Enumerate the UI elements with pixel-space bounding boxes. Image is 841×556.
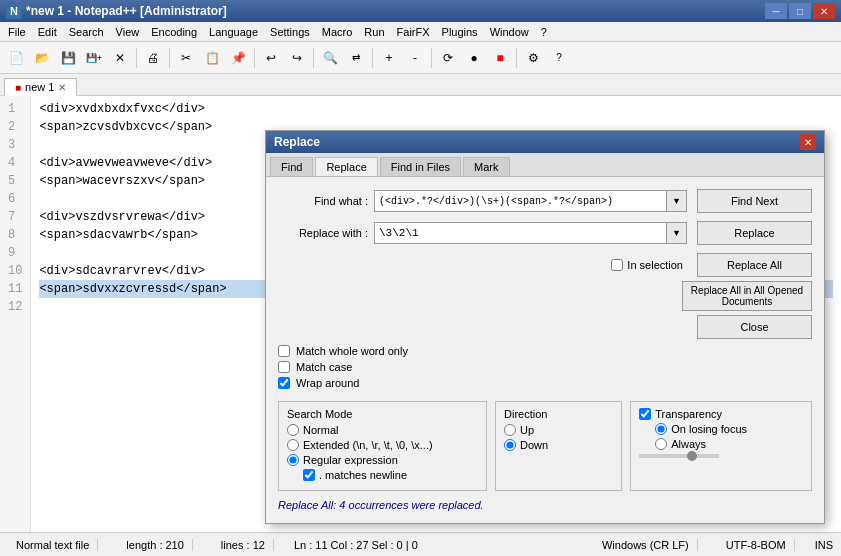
dialog-body: Find what : ▼ Find Next Replace with : ▼… (266, 177, 824, 523)
search-extended-label: Extended (\n, \r, \t, \0, \x...) (303, 439, 433, 451)
replace-label: Replace with : (278, 227, 368, 239)
match-newline-checkbox[interactable] (303, 469, 315, 481)
replace-all-button[interactable]: Replace All (697, 253, 812, 277)
dialog-tab-findinfiles[interactable]: Find in Files (380, 157, 461, 176)
direction-up-row: Up (504, 424, 613, 436)
match-whole-word-checkbox[interactable] (278, 345, 290, 357)
dialog-tab-mark[interactable]: Mark (463, 157, 509, 176)
match-newline-row: . matches newline (303, 469, 478, 481)
search-mode-normal-row: Normal (287, 424, 478, 436)
replace-row: Replace with : ▼ Replace (278, 221, 812, 245)
wrap-around-row: Wrap around (278, 377, 812, 389)
direction-down-radio[interactable] (504, 439, 516, 451)
find-row: Find what : ▼ Find Next (278, 189, 812, 213)
dialog-tab-find[interactable]: Find (270, 157, 313, 176)
replace-all-opened-button[interactable]: Replace All in All Opened Documents (682, 281, 812, 311)
direction-up-radio[interactable] (504, 424, 516, 436)
close-button[interactable]: Close (697, 315, 812, 339)
in-selection-label: In selection (627, 259, 683, 271)
checkboxes-section: Match whole word only Match case Wrap ar… (278, 345, 812, 389)
search-mode-section: Search Mode Normal Extended (\n, \r, \t,… (278, 401, 487, 491)
dialog-title: Replace (274, 135, 320, 149)
replace-dropdown[interactable]: ▼ (667, 222, 687, 244)
match-case-label: Match case (296, 361, 352, 373)
find-input[interactable] (374, 190, 667, 212)
in-selection-checkbox[interactable] (611, 259, 623, 271)
match-whole-word-label: Match whole word only (296, 345, 408, 357)
match-case-checkbox[interactable] (278, 361, 290, 373)
wrap-around-label: Wrap around (296, 377, 359, 389)
dialog-tabs: Find Replace Find in Files Mark (266, 153, 824, 177)
direction-up-label: Up (520, 424, 534, 436)
find-next-button[interactable]: Find Next (697, 189, 812, 213)
match-case-row: Match case (278, 361, 812, 373)
transparency-checkbox[interactable] (639, 408, 651, 420)
search-regex-radio[interactable] (287, 454, 299, 466)
in-selection-row: In selection Replace All (611, 253, 812, 277)
transparency-always-label: Always (671, 438, 706, 450)
transparency-slider-thumb (687, 451, 697, 461)
transparency-focus-row: On losing focus (655, 423, 803, 435)
transparency-focus-radio[interactable] (655, 423, 667, 435)
bottom-sections: Search Mode Normal Extended (\n, \r, \t,… (278, 395, 812, 491)
find-label: Find what : (278, 195, 368, 207)
dialog-close-btn[interactable]: ✕ (800, 134, 816, 150)
direction-title: Direction (504, 408, 613, 420)
direction-section: Direction Up Down (495, 401, 622, 491)
transparency-focus-label: On losing focus (671, 423, 747, 435)
search-normal-label: Normal (303, 424, 338, 436)
replace-button[interactable]: Replace (697, 221, 812, 245)
dialog-title-bar: Replace ✕ (266, 131, 824, 153)
search-mode-extended-row: Extended (\n, \r, \t, \0, \x...) (287, 439, 478, 451)
direction-down-label: Down (520, 439, 548, 451)
search-mode-title: Search Mode (287, 408, 478, 420)
transparency-always-radio[interactable] (655, 438, 667, 450)
transparency-section: Transparency On losing focus Always (630, 401, 812, 491)
dialog-tab-replace[interactable]: Replace (315, 157, 377, 176)
match-newline-label: . matches newline (319, 469, 407, 481)
direction-down-row: Down (504, 439, 613, 451)
transparency-title: Transparency (655, 408, 722, 420)
search-regex-label: Regular expression (303, 454, 398, 466)
transparency-slider[interactable] (639, 454, 719, 458)
find-dropdown[interactable]: ▼ (667, 190, 687, 212)
wrap-around-checkbox[interactable] (278, 377, 290, 389)
search-normal-radio[interactable] (287, 424, 299, 436)
dialog-overlay: Replace ✕ Find Replace Find in Files Mar… (0, 0, 841, 556)
search-extended-radio[interactable] (287, 439, 299, 451)
transparency-title-row: Transparency (639, 408, 803, 420)
replace-input[interactable] (374, 222, 667, 244)
transparency-always-row: Always (655, 438, 803, 450)
status-message: Replace All: 4 occurrences were replaced… (278, 499, 812, 511)
search-mode-regex-row: Regular expression (287, 454, 478, 466)
app-window: N *new 1 - Notepad++ [Administrator] ─ □… (0, 0, 841, 556)
match-whole-word-row: Match whole word only (278, 345, 812, 357)
replace-dialog: Replace ✕ Find Replace Find in Files Mar… (265, 130, 825, 524)
